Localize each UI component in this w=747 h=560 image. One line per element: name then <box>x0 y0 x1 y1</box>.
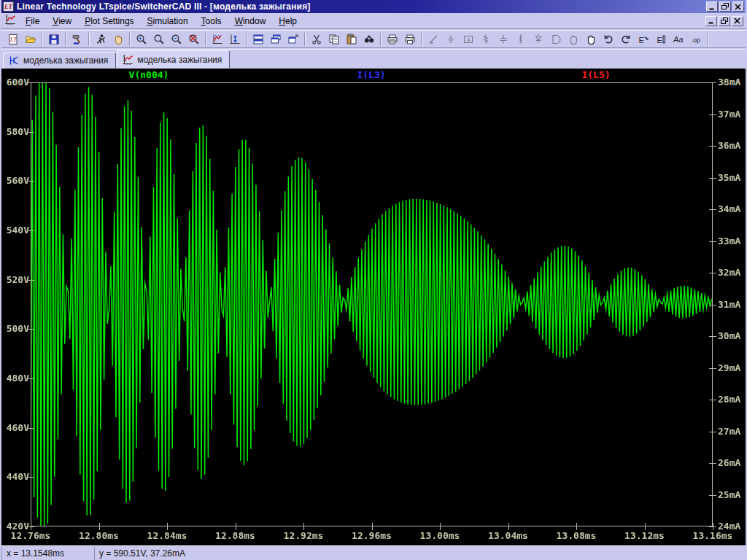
component-icon <box>550 34 562 45</box>
rotate-button[interactable]: E <box>635 31 652 47</box>
copy-button[interactable] <box>325 31 343 47</box>
right-axis-tick <box>709 178 716 179</box>
trace-label-il5: I(L5) <box>581 69 610 80</box>
svg-text:E: E <box>657 35 662 44</box>
toolbar-separator <box>304 33 306 46</box>
trace-label-vn004: V(n004) <box>129 69 169 80</box>
halt-icon <box>112 34 124 45</box>
open-button[interactable] <box>22 31 39 47</box>
x-axis-label: 12.76ms <box>3 530 58 541</box>
drag-button[interactable] <box>582 31 600 47</box>
tile-windows-button[interactable] <box>249 31 267 47</box>
right-axis-label: 35mA <box>718 173 740 183</box>
redo-button[interactable] <box>617 31 635 47</box>
new-schematic-button[interactable]: LT <box>4 31 22 47</box>
tab-1[interactable]: моделька зажыгания <box>3 52 116 69</box>
ground-icon <box>445 34 457 45</box>
capacitor-icon <box>498 34 509 45</box>
child-minimize-button[interactable] <box>705 16 717 26</box>
x-axis-tick <box>713 523 713 530</box>
tile-windows-icon <box>252 34 264 45</box>
menu-bar: FileViewPlot SettingsSimulationToolsWind… <box>1 13 746 29</box>
left-axis-label: 500V <box>2 324 29 334</box>
left-axis-tick <box>27 378 34 379</box>
ltspice-window: LT Linear Technology LTspice/SwitcherCAD… <box>0 0 747 560</box>
right-axis-label: 34mA <box>718 204 740 214</box>
status-bar: x = 13.1548ms y = 590.51V, 37.26mA <box>1 545 746 560</box>
paste-icon <box>346 34 357 45</box>
save-button[interactable] <box>45 31 63 47</box>
right-axis-tick <box>709 209 716 210</box>
right-axis-label: 38mA <box>718 77 740 88</box>
left-axis-tick <box>27 181 34 182</box>
net-label-button: A <box>460 31 477 47</box>
plot-settings-icon <box>212 34 223 45</box>
x-axis-tick <box>440 523 441 530</box>
right-axis-tick <box>709 400 716 400</box>
menu-help[interactable]: Help <box>272 15 303 28</box>
mdi-child-controls <box>705 16 743 26</box>
net-label-icon: A <box>462 34 474 45</box>
move-button <box>565 31 582 47</box>
print-button[interactable] <box>401 31 419 47</box>
inductor-button <box>512 31 530 47</box>
zoom-out-button[interactable] <box>168 31 185 47</box>
find-button[interactable] <box>360 31 378 47</box>
arrange-windows-icon <box>287 34 299 45</box>
zoom-extents-button[interactable] <box>185 31 203 47</box>
autorange-button[interactable] <box>226 31 244 47</box>
halt-button[interactable] <box>109 31 127 47</box>
plot-settings-button[interactable] <box>209 31 226 47</box>
undo-button[interactable] <box>600 31 617 47</box>
menu-simulation[interactable]: Simulation <box>141 15 195 28</box>
child-close-button[interactable] <box>732 16 743 26</box>
menu-window[interactable]: Window <box>228 15 273 28</box>
paste-button[interactable] <box>343 31 360 47</box>
cursor-x-readout: x = 13.1548ms <box>1 547 95 560</box>
cut-button[interactable] <box>308 31 325 47</box>
toolbar-separator <box>421 33 422 46</box>
print-preview-button[interactable] <box>384 31 401 47</box>
toolbar-separator <box>65 33 66 46</box>
zoom-area-icon <box>136 34 147 45</box>
minimize-button[interactable] <box>706 1 718 12</box>
cascade-windows-button[interactable] <box>267 31 285 47</box>
right-axis-tick <box>709 368 716 369</box>
child-restore-button[interactable] <box>719 16 730 26</box>
restore-button[interactable] <box>719 1 731 12</box>
right-axis-tick <box>709 463 716 464</box>
right-axis-tick <box>709 305 716 306</box>
x-axis-label: 13.12ms <box>617 530 673 541</box>
run-button[interactable] <box>92 31 109 47</box>
waveform-document-icon[interactable] <box>4 14 16 28</box>
zoom-back-button[interactable] <box>150 31 168 47</box>
menu-view[interactable]: View <box>46 15 78 28</box>
resistor-icon <box>480 34 492 45</box>
x-axis-label: 12.88ms <box>208 530 263 541</box>
save-icon <box>48 34 60 45</box>
close-button[interactable] <box>732 1 744 12</box>
text-button[interactable]: Aa <box>670 31 687 47</box>
left-axis-tick <box>27 428 34 429</box>
menu-tools[interactable]: Tools <box>195 15 228 28</box>
waveform-icon <box>122 54 133 66</box>
mirror-button[interactable]: E <box>652 31 670 47</box>
control-panel-button[interactable] <box>69 31 86 47</box>
toolbar-separator <box>205 33 206 46</box>
menu-plot-settings[interactable]: Plot Settings <box>78 15 140 28</box>
x-axis-label: 12.84ms <box>139 530 195 541</box>
spice-directive-button[interactable]: .op <box>687 31 705 47</box>
schematic-icon <box>8 55 20 66</box>
right-axis-tick <box>709 273 716 273</box>
app-icon[interactable]: LT <box>3 1 14 12</box>
ground-button <box>442 31 460 47</box>
tab-2-active[interactable]: моделька зажыгания <box>117 50 230 69</box>
zoom-extents-icon <box>188 34 200 45</box>
spice-directive-icon: .op <box>690 34 702 45</box>
right-axis-label: 36mA <box>718 141 740 151</box>
plot-border <box>31 82 713 526</box>
left-axis-tick <box>27 230 34 231</box>
arrange-windows-button[interactable] <box>285 31 302 47</box>
zoom-area-button[interactable] <box>133 31 150 47</box>
menu-file[interactable]: File <box>19 15 46 28</box>
